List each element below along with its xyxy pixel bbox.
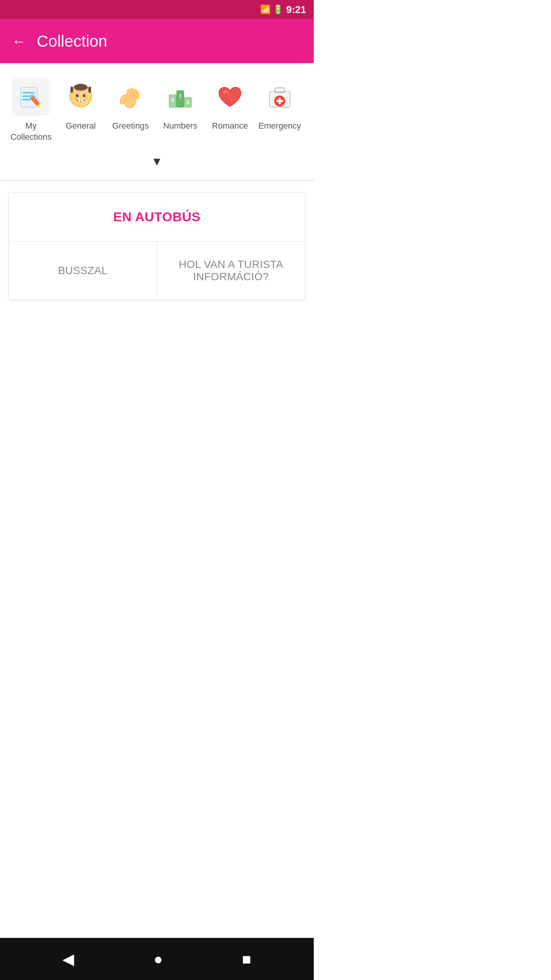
greetings-icon xyxy=(111,78,150,116)
battery-icon: 🔋 xyxy=(273,5,283,15)
nav-recents-button[interactable]: ■ xyxy=(242,951,251,968)
translation-right-text: HOL VAN A TURISTA INFORMÁCIÓ? xyxy=(166,258,296,283)
translation-left-text: BUSSZAL xyxy=(58,265,108,277)
svg-text:1: 1 xyxy=(179,93,181,99)
my-collections-icon xyxy=(12,78,50,116)
numbers-label: Numbers xyxy=(163,121,197,132)
svg-point-12 xyxy=(83,94,85,97)
page-title: Collection xyxy=(37,32,107,51)
svg-point-13 xyxy=(77,95,78,96)
svg-text:2: 2 xyxy=(171,98,174,103)
card-title: EN AUTOBÚS xyxy=(113,209,201,224)
romance-icon xyxy=(211,78,249,116)
category-romance[interactable]: Romance xyxy=(205,75,255,135)
status-time: 9:21 xyxy=(286,4,306,16)
phrase-card: EN AUTOBÚS BUSSZAL HOL VAN A TURISTA INF… xyxy=(8,192,305,300)
spacer xyxy=(0,312,314,938)
categories-row: My Collections xyxy=(0,75,314,145)
card-translations: BUSSZAL HOL VAN A TURISTA INFORMÁCIÓ? xyxy=(9,242,305,300)
translation-left[interactable]: BUSSZAL xyxy=(9,242,157,300)
romance-label: Romance xyxy=(212,121,248,132)
svg-rect-0 xyxy=(21,87,37,107)
chevron-down-icon[interactable]: ▾ xyxy=(153,153,160,169)
greetings-label: Greetings xyxy=(112,121,148,132)
emergency-label: Emergency xyxy=(258,121,301,132)
category-greetings[interactable]: Greetings xyxy=(106,75,155,135)
categories-section: My Collections xyxy=(0,63,314,180)
back-button[interactable]: ← xyxy=(11,34,26,49)
svg-rect-9 xyxy=(70,87,73,93)
status-icons: 📶 🔋 xyxy=(260,5,283,15)
bottom-navigation: ◀ ● ■ xyxy=(0,938,314,980)
svg-point-14 xyxy=(84,95,85,96)
svg-point-16 xyxy=(85,97,87,99)
svg-rect-10 xyxy=(88,87,91,93)
svg-point-15 xyxy=(75,97,77,99)
general-icon xyxy=(62,78,100,116)
chevron-row[interactable]: ▾ xyxy=(0,145,314,176)
my-collections-label: My Collections xyxy=(8,121,54,142)
svg-rect-24 xyxy=(137,91,139,99)
status-bar: 📶 🔋 9:21 xyxy=(0,0,314,19)
emergency-icon xyxy=(261,78,299,116)
category-my-collections[interactable]: My Collections xyxy=(6,75,56,145)
svg-rect-23 xyxy=(134,89,137,99)
nav-home-button[interactable]: ● xyxy=(153,951,163,968)
svg-point-11 xyxy=(76,94,78,97)
category-general[interactable]: General xyxy=(56,75,106,135)
general-label: General xyxy=(66,121,96,132)
svg-rect-22 xyxy=(130,88,133,98)
nav-back-button[interactable]: ◀ xyxy=(62,950,74,968)
numbers-icon: 2 1 3 xyxy=(161,78,199,116)
svg-rect-36 xyxy=(276,100,283,102)
svg-text:3: 3 xyxy=(186,100,189,105)
section-divider xyxy=(0,180,314,181)
signal-icon: 📶 xyxy=(260,5,271,15)
svg-point-8 xyxy=(74,84,88,91)
category-emergency[interactable]: Emergency xyxy=(255,75,305,135)
category-numbers[interactable]: 2 1 3 Numbers xyxy=(155,75,205,135)
translation-right[interactable]: HOL VAN A TURISTA INFORMÁCIÓ? xyxy=(157,242,305,300)
app-header: ← Collection xyxy=(0,19,314,63)
card-title-row: EN AUTOBÚS xyxy=(9,193,305,242)
svg-rect-21 xyxy=(127,89,130,99)
